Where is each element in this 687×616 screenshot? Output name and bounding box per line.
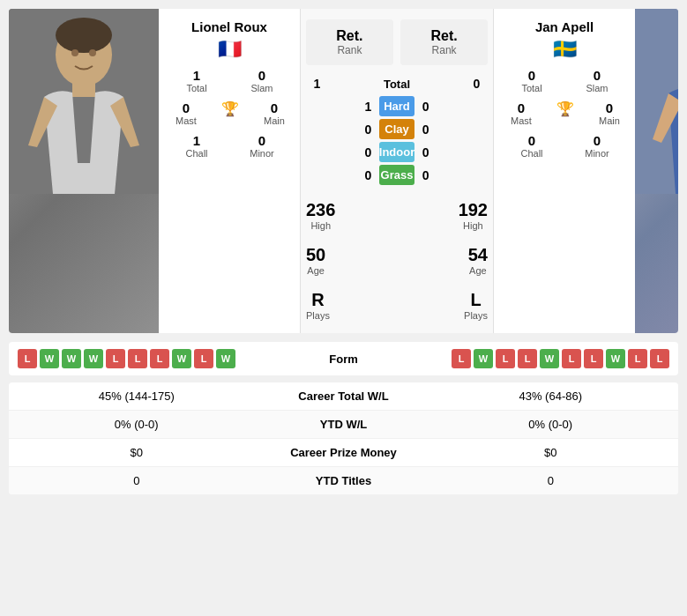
left-form-badge-5: L: [128, 349, 147, 368]
surface-btn-grass[interactable]: Grass: [379, 165, 414, 185]
right-minor-label: Minor: [585, 148, 609, 159]
left-form-badge-2: W: [62, 349, 81, 368]
left-player-name: Lionel Roux: [191, 19, 267, 34]
surface-right-score-3: 0: [414, 168, 437, 182]
total-left-score: 1: [306, 77, 328, 91]
svg-point-3: [56, 18, 112, 53]
left-player-flag: 🇫🇷: [218, 38, 242, 61]
middle-stats-panel: Ret. Rank Ret. Rank 1 Total 0 1 Hard 0 0: [300, 9, 494, 333]
right-high-stat: 192 High: [459, 200, 488, 231]
stats-row-1: 0% (0-0) YTD W/L 0% (0-0): [9, 411, 678, 439]
right-form-badge-3: L: [518, 349, 537, 368]
surface-right-score-0: 0: [414, 100, 437, 114]
left-total-label: Total: [186, 83, 206, 93]
stats-right-val-2: $0: [432, 446, 670, 459]
stats-left-val-0: 45% (144-175): [18, 390, 256, 403]
right-rank-sub: Rank: [413, 44, 475, 56]
stats-table: 45% (144-175) Career Total W/L 43% (64-8…: [9, 382, 678, 494]
right-player-name: Jan Apell: [535, 19, 594, 34]
right-plays-stat: L Plays: [464, 290, 488, 321]
right-chall-label: Chall: [520, 148, 542, 159]
stats-right-val-0: 43% (64-86): [432, 390, 670, 403]
right-player-info: Jan Apell 🇸🇪 0 Total 0 Slam 0 Mast �: [494, 9, 635, 333]
right-mast-stat: 0 Mast: [499, 100, 543, 126]
left-minor-value: 0: [258, 133, 265, 148]
left-chall-label: Chall: [185, 148, 207, 159]
left-age-stat: 50 Age: [306, 245, 325, 276]
right-mast-label: Mast: [511, 115, 532, 126]
surface-row-hard: 1 Hard 0: [357, 96, 437, 116]
left-form-badge-3: W: [84, 349, 103, 368]
right-total-slam-row: 0 Total 0 Slam: [499, 68, 630, 93]
left-plays-value: R: [311, 290, 324, 310]
left-form-badges: LWWWLLLWLW: [18, 349, 235, 368]
surface-btn-hard[interactable]: Hard: [379, 96, 414, 116]
stats-row-0: 45% (144-175) Career Total W/L 43% (64-8…: [9, 382, 678, 411]
right-rank-value: Ret.: [413, 28, 475, 44]
left-form-badge-1: W: [40, 349, 59, 368]
surface-row-clay: 0 Clay 0: [357, 119, 437, 139]
right-age-value: 54: [468, 245, 488, 265]
stats-right-val-3: 0: [432, 474, 670, 487]
right-form-badge-7: W: [606, 349, 625, 368]
right-form-badge-0: L: [452, 349, 471, 368]
stats-left-val-3: 0: [18, 474, 256, 487]
right-total-label: Total: [521, 83, 541, 93]
left-age-label: Age: [307, 265, 325, 276]
right-main-value: 0: [606, 100, 613, 115]
right-high-value: 192: [459, 200, 488, 220]
svg-rect-2: [72, 81, 95, 97]
svg-point-5: [89, 49, 96, 56]
right-chall-stat: 0 Chall: [510, 133, 554, 159]
right-form-badge-8: L: [628, 349, 647, 368]
left-minor-label: Minor: [250, 148, 274, 159]
left-high-stat: 236 High: [306, 200, 335, 231]
right-chall-minor-row: 0 Chall 0 Minor: [499, 133, 630, 159]
right-form-badge-6: L: [584, 349, 603, 368]
stats-label-1: YTD W/L: [256, 418, 432, 431]
main-container: Lionel Roux 🇫🇷 1 Total 0 Slam 0 Mast: [0, 0, 687, 503]
surface-row-grass: 0 Grass 0: [357, 165, 437, 185]
left-high-label: High: [310, 220, 331, 231]
left-form-badge-7: W: [172, 349, 191, 368]
left-slam-value: 0: [258, 68, 265, 83]
left-minor-stat: 0 Minor: [240, 133, 284, 159]
stats-left-val-2: $0: [18, 446, 256, 459]
left-mast-label: Mast: [175, 115, 197, 126]
left-age-value: 50: [306, 245, 325, 265]
stats-label-0: Career Total W/L: [256, 390, 432, 403]
left-form-badge-4: L: [106, 349, 125, 368]
right-total-stat: 0 Total: [510, 68, 554, 93]
right-slam-value: 0: [594, 68, 601, 83]
left-trophy-icon: 🏆: [208, 100, 252, 126]
left-form-badge-0: L: [18, 349, 37, 368]
surface-btn-indoor[interactable]: Indoor: [379, 142, 414, 162]
stats-label-3: YTD Titles: [256, 474, 432, 487]
right-form-badge-9: L: [650, 349, 669, 368]
stats-label-2: Career Prize Money: [256, 446, 432, 459]
total-row: 1 Total 0: [306, 77, 488, 91]
right-slam-stat: 0 Slam: [575, 68, 619, 93]
left-total-stat: 1 Total: [175, 68, 219, 93]
left-rank-sub: Rank: [318, 44, 381, 56]
left-total-value: 1: [193, 68, 200, 83]
right-form-badges: LWLLWLLWLL: [452, 349, 669, 368]
right-minor-value: 0: [594, 133, 601, 148]
total-right-score: 0: [466, 77, 488, 91]
left-slam-stat: 0 Slam: [240, 68, 284, 93]
stats-left-val-1: 0% (0-0): [18, 418, 256, 431]
stats-right-val-1: 0% (0-0): [432, 418, 670, 431]
right-age-stat: 54 Age: [468, 245, 488, 276]
surface-row-indoor: 0 Indoor 0: [357, 142, 437, 162]
total-label: Total: [328, 78, 466, 91]
right-form-badge-2: L: [496, 349, 515, 368]
right-main-stat: 0 Main: [587, 100, 631, 126]
left-rank-box: Ret. Rank: [306, 19, 393, 65]
left-slam-label: Slam: [250, 83, 273, 93]
right-mast-main-row: 0 Mast 🏆 0 Main: [499, 100, 630, 126]
right-minor-stat: 0 Minor: [575, 133, 619, 159]
right-rank-box: Ret. Rank: [400, 19, 488, 65]
right-high-label: High: [463, 220, 483, 231]
surface-left-score-1: 0: [357, 122, 379, 137]
surface-btn-clay[interactable]: Clay: [379, 119, 414, 139]
